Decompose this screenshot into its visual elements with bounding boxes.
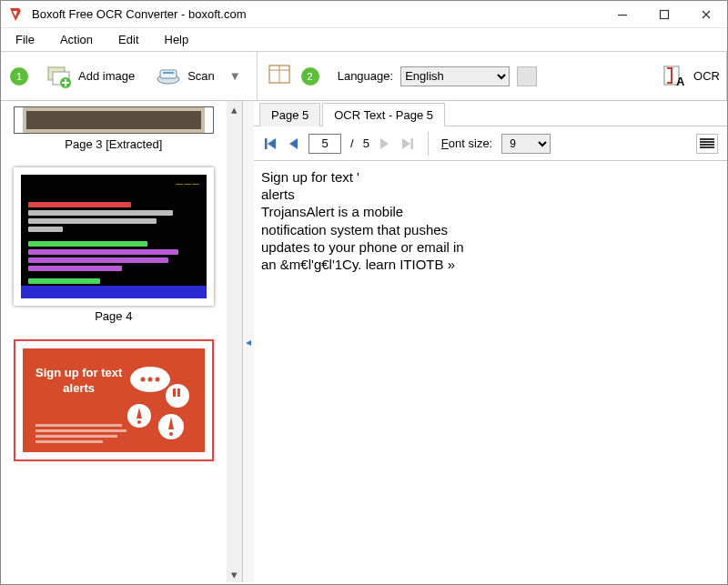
svg-rect-1 [661, 10, 669, 18]
ocr-label: OCR [693, 69, 720, 83]
step2-badge: 2 [301, 67, 319, 86]
next-page-button[interactable] [379, 136, 391, 151]
page3-thumb-image [23, 107, 205, 133]
scan-dropdown-icon[interactable]: ▼ [229, 69, 241, 83]
window-titlebar: Boxoft Free OCR Converter - boxoft.com [1, 1, 727, 28]
close-button[interactable] [685, 1, 727, 28]
thumbnail-page-5[interactable]: Sign up for textalerts [1, 334, 227, 463]
svg-text:A: A [676, 75, 685, 88]
menu-bar: File Action Edit Help [1, 28, 727, 52]
svg-point-16 [155, 378, 159, 382]
add-image-label: Add image [78, 69, 135, 83]
scroll-up-icon[interactable]: ▴ [227, 101, 242, 117]
svg-rect-6 [160, 70, 177, 78]
speech-bubbles-icon [121, 361, 194, 446]
svg-rect-24 [265, 138, 268, 149]
ocr-icon: A [661, 63, 688, 90]
thumbnail-scrollbar[interactable]: ▴ ▾ [227, 101, 242, 582]
step1-badge: 1 [10, 67, 28, 86]
add-image-button[interactable]: Add image [39, 59, 141, 94]
scroll-down-icon[interactable]: ▾ [227, 566, 242, 582]
app-icon [6, 5, 25, 24]
content-panel: Page 5 OCR Text - Page 5 / 5 Font size: … [254, 101, 727, 582]
maximize-button[interactable] [643, 1, 685, 28]
menu-edit[interactable]: Edit [111, 31, 146, 48]
window-title: Boxoft Free OCR Converter - boxoft.com [32, 7, 602, 21]
page4-caption: Page 4 [14, 306, 214, 332]
svg-point-23 [169, 432, 173, 436]
pager-bar: / 5 Font size: 9 [254, 126, 727, 161]
first-page-button[interactable] [263, 136, 278, 151]
scan-label: Scan [187, 69, 215, 83]
svg-rect-19 [177, 388, 180, 397]
content-tabs: Page 5 OCR Text - Page 5 [254, 101, 727, 126]
svg-rect-18 [173, 388, 176, 397]
svg-rect-25 [410, 138, 413, 149]
add-image-icon [46, 63, 73, 90]
page-number-input[interactable] [308, 134, 341, 154]
page5-thumb-image: Sign up for textalerts [15, 341, 212, 459]
collapse-left-icon: ◂ [246, 336, 251, 348]
svg-point-21 [137, 420, 141, 424]
toolbar-group-lang: 2 Language: English A OCR [258, 52, 727, 100]
layout-icon[interactable] [267, 62, 294, 90]
page-sep: / [350, 136, 354, 150]
page-total: 5 [363, 136, 369, 150]
align-button[interactable] [696, 134, 718, 154]
minimize-button[interactable] [602, 1, 643, 28]
thumbnail-page-4[interactable]: — — — [1, 162, 227, 334]
toolbar-group-input: 1 Add image Scan ▼ [1, 52, 258, 100]
toolbar: 1 Add image Scan ▼ 2 Language: English [1, 52, 727, 101]
language-select[interactable]: English [400, 66, 510, 86]
prev-page-button[interactable] [287, 136, 299, 151]
svg-point-15 [147, 378, 152, 382]
scanner-icon [155, 63, 182, 90]
svg-point-14 [140, 378, 145, 382]
ocr-button[interactable]: A OCR [654, 59, 726, 94]
tab-ocr-text[interactable]: OCR Text - Page 5 [322, 103, 445, 126]
menu-action[interactable]: Action [53, 31, 100, 48]
page3-caption: Page 3 [Extracted] [14, 134, 214, 160]
scan-button[interactable]: Scan ▼ [148, 59, 248, 94]
font-size-label: Font size: [441, 136, 492, 150]
last-page-button[interactable] [400, 136, 415, 151]
svg-rect-0 [618, 15, 627, 15]
menu-file[interactable]: File [8, 31, 42, 48]
tab-page[interactable]: Page 5 [259, 103, 320, 126]
language-label: Language: [338, 69, 393, 83]
svg-rect-7 [163, 72, 174, 74]
main-split: Page 3 [Extracted] — — — [1, 101, 727, 582]
ocr-text-area[interactable]: Sign up for text ' alerts TrojansAlert i… [254, 161, 727, 582]
menu-help[interactable]: Help [157, 31, 197, 48]
font-size-select[interactable]: 9 [501, 134, 551, 154]
language-options-button[interactable] [517, 66, 537, 86]
thumbnail-page-3[interactable]: Page 3 [Extracted] [1, 101, 227, 162]
panel-collapse-handle[interactable]: ◂ [243, 101, 254, 582]
thumbnail-panel: Page 3 [Extracted] — — — [1, 101, 243, 582]
page4-thumb-image: — — — [14, 167, 214, 306]
ocr-text-area-wrap: Sign up for text ' alerts TrojansAlert i… [254, 161, 727, 582]
